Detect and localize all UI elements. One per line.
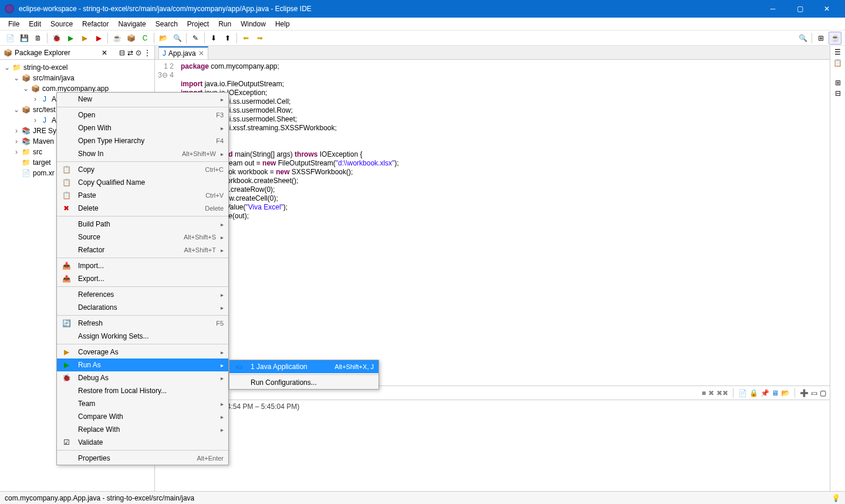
outline-icon[interactable]: ☰	[834, 48, 841, 56]
ctx-paste[interactable]: 📋PasteCtrl+V	[57, 189, 228, 202]
save-all-icon[interactable]: 🗎	[32, 32, 45, 45]
ctx-build-path[interactable]: Build Path▸	[57, 218, 228, 231]
back-icon[interactable]: ⬅	[239, 32, 252, 45]
link-editor-icon[interactable]: ⇄	[127, 49, 133, 57]
outline-view-icon[interactable]: ⊞	[835, 79, 841, 87]
new-console-icon[interactable]: ➕	[800, 389, 809, 397]
new-java-icon[interactable]: ☕	[110, 32, 123, 45]
new-icon[interactable]: 📄	[4, 32, 16, 45]
status-bar: com.mycompany.app.App.java - string-to-e…	[0, 491, 845, 504]
run-icon[interactable]: ▶	[64, 32, 77, 45]
view-menu-icon[interactable]: ⋮	[144, 49, 151, 57]
ctx-open-with[interactable]: Open With▸	[57, 121, 228, 134]
coverage-icon[interactable]: ▶	[78, 32, 91, 45]
menu-bar: FileEditSourceRefactorNavigateSearchProj…	[0, 18, 845, 31]
eclipse-icon	[5, 4, 14, 13]
submenu-run-configurations[interactable]: Run Configurations...	[229, 376, 378, 389]
close-button[interactable]: ✕	[813, 0, 840, 18]
ctx-assign-working-sets-[interactable]: Assign Working Sets...	[57, 330, 228, 343]
save-icon[interactable]: 💾	[18, 32, 31, 45]
ctx-delete[interactable]: ✖DeleteDelete	[57, 202, 228, 215]
menu-file[interactable]: File	[4, 19, 24, 29]
close-view-icon[interactable]: ✕	[102, 49, 107, 57]
pin-icon[interactable]: 📌	[760, 389, 769, 397]
max-icon[interactable]: ▢	[820, 389, 826, 397]
ctx-validate[interactable]: ☑Validate	[57, 436, 228, 449]
console-output[interactable]: xe (Sep 30, 2020, 5:44:54 PM – 5:45:04 P…	[155, 400, 830, 491]
forward-icon[interactable]: ➡	[254, 32, 266, 45]
another-icon[interactable]: ⊟	[835, 89, 841, 97]
remove-all-icon[interactable]: ✖✖	[716, 389, 728, 397]
code-editor[interactable]: 1 2 3⊖ 4 package com.mycompany.app; impo…	[155, 60, 830, 385]
run-last-icon[interactable]: ▶	[92, 32, 105, 45]
ctx-open[interactable]: OpenF3	[57, 109, 228, 121]
minimize-button[interactable]: ─	[759, 0, 786, 18]
java-perspective-icon[interactable]: ☕	[829, 32, 841, 45]
collapse-all-icon[interactable]: ⊟	[119, 49, 125, 57]
ctx-properties[interactable]: PropertiesAlt+Enter	[57, 452, 228, 465]
prev-annotation-icon[interactable]: ⬆	[221, 32, 234, 45]
menu-run[interactable]: Run	[214, 19, 236, 29]
maximize-button[interactable]: ▢	[786, 0, 813, 18]
tip-icon[interactable]: 💡	[832, 494, 840, 502]
ctx-refactor[interactable]: RefactorAlt+Shift+T▸	[57, 243, 228, 256]
ctx-copy-qualified-name[interactable]: 📋Copy Qualified Name	[57, 176, 228, 189]
tree-project[interactable]: ⌄📁string-to-excel	[0, 62, 154, 73]
menu-project[interactable]: Project	[182, 19, 214, 29]
open-type-icon[interactable]: 📂	[157, 32, 170, 45]
editor-tab-app[interactable]: J App.java ✕	[158, 46, 208, 59]
editor-area: J App.java ✕ 1 2 3⊖ 4 package com.mycomp…	[155, 46, 830, 491]
ctx-open-type-hierarchy[interactable]: Open Type HierarchyF4	[57, 134, 228, 147]
scroll-lock-icon[interactable]: 🔒	[749, 389, 758, 397]
ctx-replace-with[interactable]: Replace With▸	[57, 423, 228, 436]
task-list-icon[interactable]: 📋	[833, 59, 842, 67]
run-as-submenu: ▭ 1 Java Application Alt+Shift+X, J Run …	[229, 360, 379, 390]
menu-navigate[interactable]: Navigate	[113, 19, 150, 29]
toggle-mark-icon[interactable]: ✎	[189, 32, 202, 45]
menu-window[interactable]: Window	[236, 19, 271, 29]
focus-icon[interactable]: ⊙	[136, 49, 141, 57]
ctx-show-in[interactable]: Show InAlt+Shift+W▸	[57, 147, 228, 160]
package-explorer-tab[interactable]: 📦 Package Explorer ✕ ⊟ ⇄ ⊙ ⋮	[0, 46, 154, 60]
ctx-copy[interactable]: 📋CopyCtrl+C	[57, 163, 228, 176]
ctx-declarations[interactable]: Declarations▸	[57, 301, 228, 314]
ctx-restore-from-local-history-[interactable]: Restore from Local History...	[57, 384, 228, 397]
access-icon[interactable]: 🔍	[796, 32, 809, 45]
clear-icon[interactable]: 📄	[738, 389, 747, 397]
perspective-icon[interactable]: ⊞	[814, 32, 827, 45]
ctx-export-[interactable]: 📤Export...	[57, 272, 228, 285]
debug-icon: 🐞	[62, 373, 71, 383]
ctx-coverage-as[interactable]: ▶Coverage As▸	[57, 346, 228, 358]
ctx-run-as[interactable]: ▶Run As▸	[57, 358, 228, 371]
search-icon[interactable]: 🔍	[171, 32, 184, 45]
check-icon: ☑	[62, 438, 71, 447]
refresh-icon: 🔄	[62, 319, 71, 328]
menu-help[interactable]: Help	[271, 19, 295, 29]
main-toolbar: 📄 💾 🗎 🐞 ▶ ▶ ▶ ☕ 📦 C 📂 🔍 ✎ ⬇ ⬆ ⬅ ➡ 🔍 ⊞ ☕	[0, 31, 845, 46]
submenu-java-application[interactable]: ▭ 1 Java Application Alt+Shift+X, J	[229, 360, 378, 373]
menu-edit[interactable]: Edit	[24, 19, 46, 29]
terminate-icon[interactable]: ■	[702, 389, 706, 397]
new-class-icon[interactable]: C	[138, 32, 151, 45]
context-menu: New▸OpenF3Open With▸Open Type HierarchyF…	[56, 92, 229, 465]
menu-refactor[interactable]: Refactor	[77, 19, 113, 29]
close-tab-icon[interactable]: ✕	[198, 49, 204, 57]
display-icon[interactable]: 🖥	[772, 389, 779, 397]
menu-source[interactable]: Source	[46, 19, 77, 29]
ctx-debug-as[interactable]: 🐞Debug As▸	[57, 371, 228, 384]
min-icon[interactable]: ▭	[811, 389, 817, 397]
next-annotation-icon[interactable]: ⬇	[207, 32, 220, 45]
ctx-import-[interactable]: 📥Import...	[57, 259, 228, 272]
debug-icon[interactable]: 🐞	[50, 32, 63, 45]
tree-src-main[interactable]: ⌄📦src/main/java	[0, 73, 154, 83]
menu-search[interactable]: Search	[151, 19, 182, 29]
open-console-icon[interactable]: 📂	[781, 389, 790, 397]
ctx-references[interactable]: References▸	[57, 288, 228, 301]
new-package-icon[interactable]: 📦	[124, 32, 137, 45]
ctx-refresh[interactable]: 🔄RefreshF5	[57, 317, 228, 330]
ctx-compare-with[interactable]: Compare With▸	[57, 410, 228, 423]
remove-icon[interactable]: ✖	[708, 389, 714, 397]
ctx-new[interactable]: New▸	[57, 93, 228, 106]
ctx-team[interactable]: Team▸	[57, 397, 228, 410]
ctx-source[interactable]: SourceAlt+Shift+S▸	[57, 231, 228, 243]
